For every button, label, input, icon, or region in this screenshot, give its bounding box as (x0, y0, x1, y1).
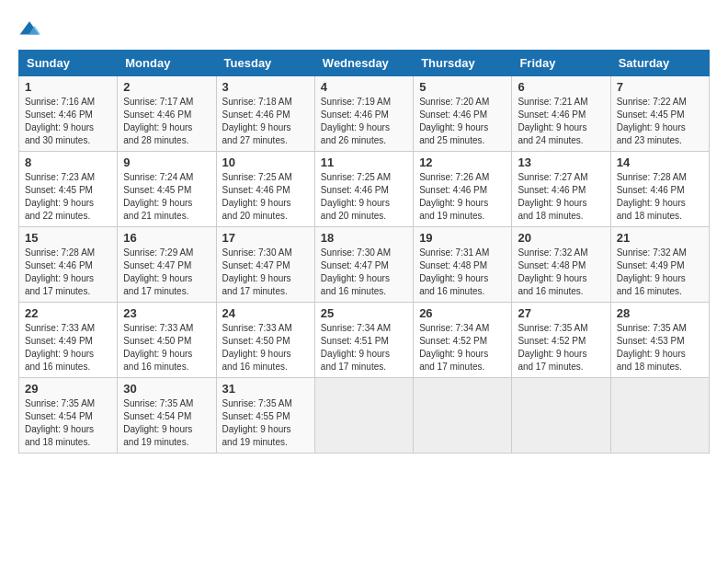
day-number: 21 (617, 231, 703, 245)
calendar-cell: 17 Sunrise: 7:30 AMSunset: 4:47 PMDaylig… (216, 227, 314, 303)
day-number: 1 (25, 80, 111, 94)
day-info: Sunrise: 7:30 AMSunset: 4:47 PMDaylight:… (222, 247, 292, 296)
calendar-cell (610, 378, 709, 454)
calendar-week-row: 22 Sunrise: 7:33 AMSunset: 4:49 PMDaylig… (19, 303, 710, 378)
col-header-saturday: Saturday (610, 51, 709, 76)
day-info: Sunrise: 7:18 AMSunset: 4:46 PMDaylight:… (222, 97, 292, 145)
day-info: Sunrise: 7:22 AMSunset: 4:45 PMDaylight:… (617, 97, 687, 145)
day-info: Sunrise: 7:34 AMSunset: 4:52 PMDaylight:… (419, 323, 489, 372)
calendar-cell: 30 Sunrise: 7:35 AMSunset: 4:54 PMDaylig… (118, 378, 216, 454)
day-info: Sunrise: 7:26 AMSunset: 4:46 PMDaylight:… (419, 172, 489, 221)
calendar-cell: 6 Sunrise: 7:21 AMSunset: 4:46 PMDayligh… (512, 76, 610, 152)
calendar-cell (314, 378, 413, 454)
day-number: 7 (617, 80, 703, 94)
day-number: 26 (419, 306, 506, 320)
calendar-header-row: SundayMondayTuesdayWednesdayThursdayFrid… (19, 51, 710, 76)
col-header-wednesday: Wednesday (314, 51, 413, 76)
day-number: 30 (123, 382, 210, 396)
day-number: 3 (222, 80, 309, 94)
calendar-cell: 25 Sunrise: 7:34 AMSunset: 4:51 PMDaylig… (314, 303, 413, 378)
calendar-cell: 29 Sunrise: 7:35 AMSunset: 4:54 PMDaylig… (19, 378, 118, 454)
calendar-cell: 22 Sunrise: 7:33 AMSunset: 4:49 PMDaylig… (19, 303, 118, 378)
day-info: Sunrise: 7:16 AMSunset: 4:46 PMDaylight:… (25, 97, 95, 145)
day-info: Sunrise: 7:33 AMSunset: 4:50 PMDaylight:… (123, 323, 193, 372)
calendar-cell: 5 Sunrise: 7:20 AMSunset: 4:46 PMDayligh… (414, 76, 512, 152)
calendar-cell: 18 Sunrise: 7:30 AMSunset: 4:47 PMDaylig… (314, 227, 413, 303)
col-header-thursday: Thursday (414, 51, 512, 76)
day-number: 23 (123, 306, 210, 320)
day-number: 4 (321, 80, 407, 94)
day-info: Sunrise: 7:35 AMSunset: 4:53 PMDaylight:… (617, 323, 687, 372)
logo (18, 18, 44, 40)
day-info: Sunrise: 7:35 AMSunset: 4:55 PMDaylight:… (222, 398, 292, 447)
calendar-cell: 31 Sunrise: 7:35 AMSunset: 4:55 PMDaylig… (216, 378, 314, 454)
calendar-week-row: 1 Sunrise: 7:16 AMSunset: 4:46 PMDayligh… (19, 76, 710, 152)
day-number: 28 (617, 306, 703, 320)
day-number: 22 (25, 306, 111, 320)
day-info: Sunrise: 7:24 AMSunset: 4:45 PMDaylight:… (123, 172, 193, 221)
calendar-cell (414, 378, 512, 454)
calendar-cell: 19 Sunrise: 7:31 AMSunset: 4:48 PMDaylig… (414, 227, 512, 303)
day-number: 20 (518, 231, 604, 245)
header (18, 18, 710, 40)
calendar-cell: 23 Sunrise: 7:33 AMSunset: 4:50 PMDaylig… (118, 303, 216, 378)
day-number: 6 (518, 80, 604, 94)
col-header-sunday: Sunday (19, 51, 118, 76)
day-info: Sunrise: 7:25 AMSunset: 4:46 PMDaylight:… (321, 172, 391, 221)
col-header-monday: Monday (118, 51, 216, 76)
day-info: Sunrise: 7:35 AMSunset: 4:54 PMDaylight:… (25, 398, 95, 447)
calendar-cell: 16 Sunrise: 7:29 AMSunset: 4:47 PMDaylig… (118, 227, 216, 303)
calendar-table: SundayMondayTuesdayWednesdayThursdayFrid… (18, 50, 710, 454)
day-info: Sunrise: 7:33 AMSunset: 4:49 PMDaylight:… (25, 323, 95, 372)
calendar-cell: 24 Sunrise: 7:33 AMSunset: 4:50 PMDaylig… (216, 303, 314, 378)
day-info: Sunrise: 7:35 AMSunset: 4:54 PMDaylight:… (123, 398, 193, 447)
day-number: 12 (419, 155, 506, 169)
day-info: Sunrise: 7:32 AMSunset: 4:49 PMDaylight:… (617, 247, 687, 296)
calendar-cell: 4 Sunrise: 7:19 AMSunset: 4:46 PMDayligh… (314, 76, 413, 152)
day-number: 8 (25, 155, 111, 169)
calendar-cell: 9 Sunrise: 7:24 AMSunset: 4:45 PMDayligh… (118, 152, 216, 227)
calendar-cell: 12 Sunrise: 7:26 AMSunset: 4:46 PMDaylig… (414, 152, 512, 227)
calendar-cell: 8 Sunrise: 7:23 AMSunset: 4:45 PMDayligh… (19, 152, 118, 227)
day-info: Sunrise: 7:28 AMSunset: 4:46 PMDaylight:… (25, 247, 95, 296)
day-number: 29 (25, 382, 111, 396)
col-header-tuesday: Tuesday (216, 51, 314, 76)
day-info: Sunrise: 7:21 AMSunset: 4:46 PMDaylight:… (518, 97, 587, 145)
day-number: 19 (419, 231, 506, 245)
day-info: Sunrise: 7:25 AMSunset: 4:46 PMDaylight:… (222, 172, 292, 221)
day-number: 13 (518, 155, 604, 169)
day-info: Sunrise: 7:17 AMSunset: 4:46 PMDaylight:… (123, 97, 193, 145)
day-number: 25 (321, 306, 407, 320)
day-info: Sunrise: 7:35 AMSunset: 4:52 PMDaylight:… (518, 323, 587, 372)
day-info: Sunrise: 7:34 AMSunset: 4:51 PMDaylight:… (321, 323, 391, 372)
calendar-week-row: 8 Sunrise: 7:23 AMSunset: 4:45 PMDayligh… (19, 152, 710, 227)
calendar-cell: 13 Sunrise: 7:27 AMSunset: 4:46 PMDaylig… (512, 152, 610, 227)
logo-icon (18, 18, 40, 40)
calendar-cell: 27 Sunrise: 7:35 AMSunset: 4:52 PMDaylig… (512, 303, 610, 378)
day-number: 24 (222, 306, 309, 320)
calendar-cell: 21 Sunrise: 7:32 AMSunset: 4:49 PMDaylig… (610, 227, 709, 303)
day-number: 16 (123, 231, 210, 245)
day-info: Sunrise: 7:33 AMSunset: 4:50 PMDaylight:… (222, 323, 292, 372)
col-header-friday: Friday (512, 51, 610, 76)
day-number: 9 (123, 155, 210, 169)
calendar-week-row: 29 Sunrise: 7:35 AMSunset: 4:54 PMDaylig… (19, 378, 710, 454)
day-info: Sunrise: 7:20 AMSunset: 4:46 PMDaylight:… (419, 97, 489, 145)
day-info: Sunrise: 7:28 AMSunset: 4:46 PMDaylight:… (617, 172, 687, 221)
day-info: Sunrise: 7:29 AMSunset: 4:47 PMDaylight:… (123, 247, 193, 296)
calendar-cell: 2 Sunrise: 7:17 AMSunset: 4:46 PMDayligh… (118, 76, 216, 152)
calendar-cell: 14 Sunrise: 7:28 AMSunset: 4:46 PMDaylig… (610, 152, 709, 227)
day-info: Sunrise: 7:31 AMSunset: 4:48 PMDaylight:… (419, 247, 489, 296)
calendar-cell: 7 Sunrise: 7:22 AMSunset: 4:45 PMDayligh… (610, 76, 709, 152)
calendar-cell: 28 Sunrise: 7:35 AMSunset: 4:53 PMDaylig… (610, 303, 709, 378)
calendar-cell: 1 Sunrise: 7:16 AMSunset: 4:46 PMDayligh… (19, 76, 118, 152)
calendar-cell: 20 Sunrise: 7:32 AMSunset: 4:48 PMDaylig… (512, 227, 610, 303)
day-number: 27 (518, 306, 604, 320)
day-number: 17 (222, 231, 309, 245)
calendar-cell: 3 Sunrise: 7:18 AMSunset: 4:46 PMDayligh… (216, 76, 314, 152)
calendar-cell: 26 Sunrise: 7:34 AMSunset: 4:52 PMDaylig… (414, 303, 512, 378)
day-info: Sunrise: 7:27 AMSunset: 4:46 PMDaylight:… (518, 172, 587, 221)
day-info: Sunrise: 7:19 AMSunset: 4:46 PMDaylight:… (321, 97, 391, 145)
day-number: 10 (222, 155, 309, 169)
day-info: Sunrise: 7:30 AMSunset: 4:47 PMDaylight:… (321, 247, 391, 296)
